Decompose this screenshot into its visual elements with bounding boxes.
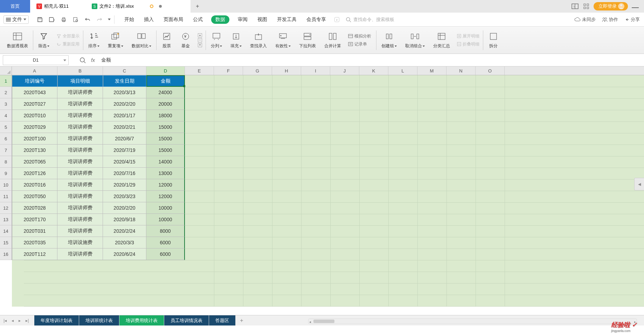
cell[interactable]: 2020T029 — [12, 121, 57, 133]
create-group-button[interactable]: 创建组 — [377, 27, 401, 54]
col-header-A[interactable]: A — [12, 66, 57, 75]
table-header-cell[interactable]: 培训编号 — [12, 75, 57, 87]
fund-button[interactable]: ¥ 基金 — [176, 27, 195, 54]
scroll-left-icon[interactable]: ◂ — [309, 320, 311, 324]
formula-input[interactable]: 金额 — [98, 55, 644, 65]
cell[interactable]: 培训讲师费 — [57, 225, 103, 237]
col-header-H[interactable]: H — [272, 66, 301, 75]
new-tab-button[interactable]: + — [191, 3, 205, 9]
reapply-button[interactable]: 重新应用 — [56, 41, 79, 47]
cell[interactable]: 培训讲师费 — [57, 87, 103, 98]
expand-detail-button[interactable]: 展开明细 — [457, 33, 479, 39]
record-button[interactable]: 记录单 — [348, 41, 373, 47]
row-header-16[interactable]: 16 — [0, 248, 12, 260]
compare-button[interactable]: 数据对比 — [127, 27, 155, 54]
cell[interactable]: 2020T130 — [12, 145, 57, 156]
tab-home[interactable]: 首页 — [0, 0, 30, 13]
table-header-cell[interactable]: 金额 — [146, 75, 185, 87]
row-header-10[interactable]: 10 — [0, 179, 12, 191]
menu-more[interactable]: › — [334, 17, 339, 22]
col-header-K[interactable]: K — [359, 66, 388, 75]
col-header-F[interactable]: F — [214, 66, 243, 75]
cell[interactable]: 15000 — [146, 133, 185, 145]
row-header-6[interactable]: 6 — [0, 133, 12, 145]
sheet-last-button[interactable]: ▸| — [25, 318, 29, 323]
menu-开始[interactable]: 开始 — [123, 15, 136, 24]
dropdown-button[interactable]: 下拉列表 — [295, 27, 320, 54]
row-header-2[interactable]: 2 — [0, 87, 12, 98]
find-entry-button[interactable]: 查找录入 — [246, 27, 271, 54]
row-header-9[interactable]: 9 — [0, 168, 12, 179]
cell[interactable]: 18000 — [146, 110, 185, 121]
cells-body[interactable]: 培训编号项目明细发生日期金额2020T043培训讲师费2020/3/132400… — [12, 75, 644, 307]
show-all-button[interactable]: 全部显示 — [56, 33, 79, 39]
more-up-button[interactable]: ▲ — [198, 33, 202, 37]
cell[interactable]: 2020T035 — [12, 237, 57, 248]
file-menu-button[interactable]: 文件 — [4, 15, 29, 24]
split-col-button[interactable]: 拆分 — [484, 27, 500, 54]
col-header-D[interactable]: D — [146, 66, 185, 75]
cell[interactable]: 2020/3/13 — [103, 87, 146, 98]
scroll-thumb[interactable] — [313, 320, 334, 323]
cell[interactable]: 2020T065 — [12, 156, 57, 168]
cell[interactable]: 培训讲师费 — [57, 156, 103, 168]
cell[interactable]: 12000 — [146, 179, 185, 191]
cell[interactable]: 2020/2/24 — [103, 225, 146, 237]
save-as-icon[interactable] — [48, 16, 55, 23]
row-header-8[interactable]: 8 — [0, 156, 12, 168]
cell[interactable]: 2020T010 — [12, 110, 57, 121]
cell[interactable]: 15000 — [146, 145, 185, 156]
sync-status[interactable]: 未同步 — [574, 16, 596, 23]
menu-会员专享[interactable]: 会员专享 — [305, 15, 327, 24]
undo-icon[interactable] — [84, 16, 91, 23]
minimize-button[interactable] — [631, 2, 639, 10]
cell[interactable]: 2020/2/20 — [103, 202, 146, 214]
sheet-tab[interactable]: 答题区 — [209, 315, 236, 326]
tab-file[interactable]: S 文件2：培训.xlsx — [85, 0, 191, 13]
sheet-tab[interactable]: 员工培训情况表 — [164, 315, 209, 326]
row-header-14[interactable]: 14 — [0, 225, 12, 237]
row-header-15[interactable]: 15 — [0, 237, 12, 248]
side-panel-toggle[interactable]: ◀ — [634, 178, 644, 190]
col-header-I[interactable]: I — [301, 66, 330, 75]
menu-页面布局[interactable]: 页面布局 — [162, 15, 185, 24]
row-header-4[interactable]: 4 — [0, 110, 12, 121]
share-button[interactable]: 分享 — [624, 16, 640, 23]
cell[interactable]: 培训设施费 — [57, 237, 103, 248]
cell[interactable]: 培训讲师费 — [57, 145, 103, 156]
col-header-G[interactable]: G — [243, 66, 272, 75]
split-button[interactable]: 分列 — [207, 27, 226, 54]
validity-button[interactable]: 有效性 — [271, 27, 295, 54]
qat-dropdown-icon[interactable] — [108, 19, 111, 20]
menu-视图[interactable]: 视图 — [256, 15, 269, 24]
menu-公式[interactable]: 公式 — [192, 15, 204, 24]
select-all-corner[interactable] — [0, 66, 12, 75]
col-header-J[interactable]: J — [330, 66, 359, 75]
name-box[interactable]: D1 — [3, 55, 69, 65]
col-header-O[interactable]: O — [476, 66, 505, 75]
row-header-5[interactable]: 5 — [0, 121, 12, 133]
cell[interactable]: 2020T050 — [12, 191, 57, 202]
more-eq-button[interactable]: = — [198, 38, 202, 42]
sheet-next-button[interactable]: ▸ — [18, 318, 21, 323]
col-header-C[interactable]: C — [103, 66, 146, 75]
more-down-button[interactable]: ▼ — [198, 43, 202, 47]
cell[interactable]: 2020T043 — [12, 87, 57, 98]
cell[interactable]: 2020/2/20 — [103, 98, 146, 110]
sheet-prev-button[interactable]: ◂ — [11, 318, 14, 323]
cell[interactable]: 2020T027 — [12, 98, 57, 110]
cell[interactable]: 6000 — [146, 237, 185, 248]
sheet-tab[interactable]: 培训班统计表 — [79, 315, 119, 326]
col-header-B[interactable]: B — [57, 66, 103, 75]
menu-审阅[interactable]: 审阅 — [236, 15, 249, 24]
ungroup-button[interactable]: 取消组合 — [401, 27, 429, 54]
col-header-M[interactable]: M — [417, 66, 446, 75]
cell[interactable]: 培训讲师费 — [57, 191, 103, 202]
cell[interactable]: 培训讲师费 — [57, 168, 103, 179]
stock-button[interactable]: 股票 — [157, 27, 176, 54]
col-header-N[interactable]: N — [446, 66, 476, 75]
cell[interactable]: 2020/1/29 — [103, 179, 146, 191]
cell[interactable]: 10000 — [146, 202, 185, 214]
coop-button[interactable]: 协作 — [602, 16, 618, 23]
cell[interactable]: 培训讲师费 — [57, 202, 103, 214]
